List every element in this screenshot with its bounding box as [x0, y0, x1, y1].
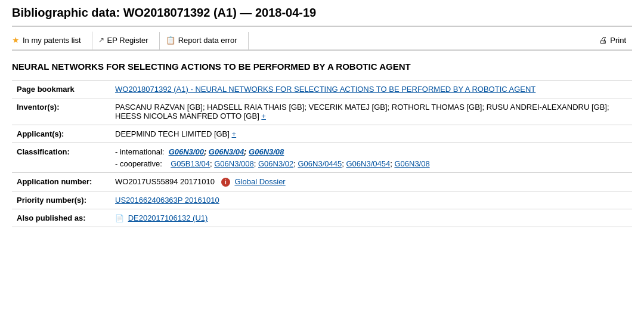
field-value-classification: - international: G06N3/00; G06N3/04; G06… [110, 143, 632, 173]
table-row: Also published as: 📄 DE202017106132 (U1) [12, 209, 632, 227]
page-wrapper: Bibliographic data: WO2018071392 (A1) — … [0, 0, 644, 239]
coop-class-link[interactable]: G06N3/02 [258, 159, 293, 168]
info-icon[interactable]: i [221, 178, 230, 187]
coop-class-link[interactable]: G05B13/04 [171, 159, 210, 168]
field-label-inventors: Inventor(s): [12, 98, 110, 125]
table-row: Application number: WO2017US55894 201710… [12, 173, 632, 191]
table-row: Inventor(s): PASCANU RAZVAN [GB]; HADSEL… [12, 98, 632, 125]
coop-class-link[interactable]: G06N3/008 [214, 159, 254, 168]
report-error-label: Report data error [178, 36, 237, 45]
app-number-text: WO2017US55894 20171010 [115, 177, 215, 186]
global-dossier-link[interactable]: Global Dossier [234, 177, 285, 186]
field-label-page-bookmark: Page bookmark [12, 81, 110, 98]
ep-register-button[interactable]: ↗ EP Register [92, 32, 160, 49]
cooperative-label: - cooperative: [115, 159, 169, 168]
patent-title: NEURAL NETWORKS FOR SELECTING ACTIONS TO… [12, 61, 632, 72]
applicants-plus[interactable]: + [232, 129, 237, 138]
arrow-icon: ↗ [98, 36, 104, 44]
intl-class-links: G06N3/00; G06N3/04; G06N3/08 [169, 147, 284, 156]
field-value-applicants: DEEPMIND TECH LIMITED [GB] + [110, 125, 632, 143]
field-value-priority-number: US201662406363P 20161010 [110, 191, 632, 209]
field-value-page-bookmark: WO2018071392 (A1) - NEURAL NETWORKS FOR … [110, 81, 632, 98]
patent-title-section: NEURAL NETWORKS FOR SELECTING ACTIONS TO… [12, 61, 632, 72]
print-button[interactable]: 🖨 Print [593, 32, 632, 49]
priority-number-link[interactable]: US201662406363P 20161010 [115, 196, 219, 205]
inventors-plus[interactable]: + [261, 112, 266, 120]
star-icon: ★ [12, 35, 20, 45]
report-error-button[interactable]: 📋 Report data error [160, 32, 249, 49]
also-published-link[interactable]: DE202017106132 (U1) [128, 213, 208, 222]
intl-class-link[interactable]: G06N3/04 [209, 147, 244, 156]
field-label-classification: Classification: [12, 143, 110, 173]
field-value-also-published: 📄 DE202017106132 (U1) [110, 209, 632, 227]
table-row: Classification: - international: G06N3/0… [12, 143, 632, 173]
international-label: - international: [115, 147, 166, 156]
doc-icon: 📄 [115, 214, 124, 222]
page-bookmark-link[interactable]: WO2018071392 (A1) - NEURAL NETWORKS FOR … [115, 85, 535, 94]
coop-class-link[interactable]: G06N3/0454 [346, 159, 390, 168]
coop-class-link[interactable]: G06N3/08 [394, 159, 429, 168]
field-label-also-published: Also published as: [12, 209, 110, 227]
report-icon: 📋 [166, 36, 175, 45]
my-patents-label: In my patents list [23, 36, 81, 45]
field-label-applicants: Applicant(s): [12, 125, 110, 143]
bibliographic-table: Page bookmark WO2018071392 (A1) - NEURAL… [12, 80, 632, 227]
field-value-inventors: PASCANU RAZVAN [GB]; HADSELL RAIA THAIS … [110, 98, 632, 125]
cooperative-classification: - cooperative: G05B13/04; G06N3/008; G06… [115, 159, 627, 168]
coop-class-link[interactable]: G06N3/0445 [298, 159, 342, 168]
table-row: Applicant(s): DEEPMIND TECH LIMITED [GB]… [12, 125, 632, 143]
table-row: Priority number(s): US201662406363P 2016… [12, 191, 632, 209]
toolbar: ★ In my patents list ↗ EP Register 📋 Rep… [12, 32, 632, 51]
print-label: Print [610, 36, 626, 45]
ep-register-label: EP Register [107, 36, 148, 45]
field-value-app-number: WO2017US55894 20171010 i Global Dossier [110, 173, 632, 191]
table-row: Page bookmark WO2018071392 (A1) - NEURAL… [12, 81, 632, 98]
my-patents-button[interactable]: ★ In my patents list [12, 32, 92, 49]
intl-class-link[interactable]: G06N3/00 [169, 147, 204, 156]
print-icon: 🖨 [599, 35, 607, 45]
international-classification: - international: G06N3/00; G06N3/04; G06… [115, 147, 627, 156]
intl-class-link[interactable]: G06N3/08 [249, 147, 284, 156]
page-title: Bibliographic data: WO2018071392 (A1) — … [12, 6, 632, 27]
field-label-app-number: Application number: [12, 173, 110, 191]
field-label-priority-number: Priority number(s): [12, 191, 110, 209]
